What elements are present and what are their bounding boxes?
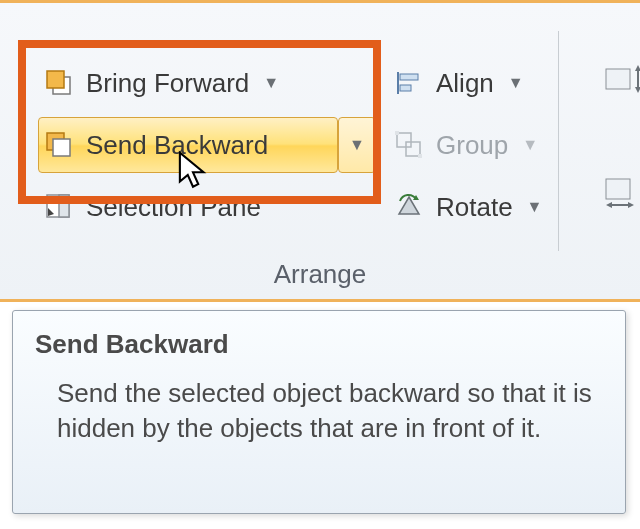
rotate-icon (392, 190, 426, 224)
svg-rect-13 (606, 69, 630, 89)
svg-rect-12 (418, 154, 422, 158)
send-backward-button[interactable]: Send Backward (42, 121, 274, 169)
svg-rect-7 (400, 74, 418, 80)
group-icon (392, 128, 426, 162)
tooltip-description: Send the selected object backward so tha… (35, 376, 603, 446)
group-button: Group ▼ (392, 121, 546, 169)
svg-rect-11 (395, 131, 399, 135)
send-backward-icon (42, 128, 76, 162)
align-label: Align (426, 68, 500, 99)
svg-rect-15 (606, 179, 630, 199)
dropdown-arrow-icon: ▼ (514, 136, 546, 154)
selection-pane-icon (42, 190, 76, 224)
group-cmd-label: Group (426, 130, 514, 161)
ribbon-group-label: Arrange (0, 259, 640, 290)
align-button[interactable]: Align ▼ (392, 59, 532, 107)
dropdown-arrow-icon[interactable]: ▼ (255, 74, 287, 92)
dropdown-arrow-icon[interactable]: ▼ (500, 74, 532, 92)
tooltip: Send Backward Send the selected object b… (12, 310, 626, 514)
send-backward-split-button[interactable]: ▼ (342, 121, 372, 169)
size-height-icon (602, 59, 640, 99)
dropdown-arrow-icon: ▼ (349, 136, 365, 154)
svg-rect-9 (397, 133, 411, 147)
bring-forward-label: Bring Forward (76, 68, 255, 99)
rotate-button[interactable]: Rotate ▼ (392, 183, 550, 231)
rotate-label: Rotate (426, 192, 519, 223)
align-icon (392, 66, 426, 100)
bring-forward-button[interactable]: Bring Forward ▼ (42, 59, 287, 107)
svg-rect-8 (400, 85, 411, 91)
svg-rect-3 (53, 139, 70, 156)
svg-rect-10 (406, 142, 420, 156)
selection-pane-button[interactable]: Selection Pane (42, 183, 267, 231)
tooltip-title: Send Backward (35, 329, 603, 360)
svg-rect-5 (59, 195, 69, 217)
svg-rect-1 (47, 71, 64, 88)
bring-forward-icon (42, 66, 76, 100)
dropdown-arrow-icon[interactable]: ▼ (519, 198, 551, 216)
size-width-icon (602, 173, 640, 213)
send-backward-label: Send Backward (76, 130, 274, 161)
group-separator (558, 31, 559, 251)
ribbon-arrange-group: Bring Forward ▼ Send Backward ▼ (0, 0, 640, 302)
selection-pane-label: Selection Pane (76, 192, 267, 223)
